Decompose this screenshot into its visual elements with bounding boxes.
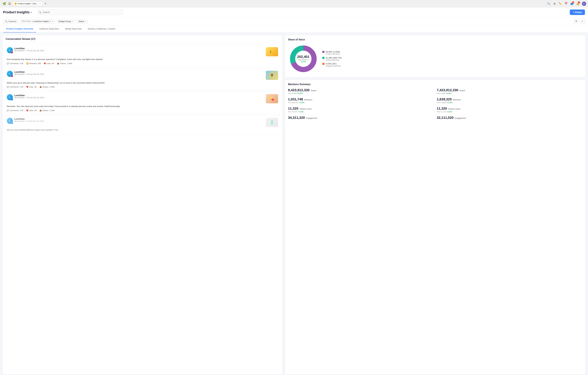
browser-calendar-icon[interactable]: 📅	[564, 2, 568, 5]
legend-dot-negative	[322, 63, 325, 65]
metric-value-mentions-1: 1,031,748	[288, 97, 303, 101]
donut-label: Total Mentions	[297, 59, 309, 61]
metric-users-2: 11,320 Distinct Users Prev 11,17K +1.01%	[437, 106, 582, 113]
browser-bell-icon[interactable]: 🔔 1	[576, 2, 579, 5]
post-image-serum: 💊	[266, 94, 278, 103]
browser-tab-active[interactable]: ● Product Insights - Over... ✕	[12, 1, 42, 6]
tab-audience-deep-dive[interactable]: Audience Deep-Dive	[36, 25, 62, 32]
metric-prev-reach-1: Prev 8,93M +5.23%	[288, 93, 434, 94]
filter-name-pill[interactable]: Filter Name: LuxeGlow Insights ✕ ▾	[20, 19, 55, 24]
title-dropdown-icon[interactable]: ▾	[31, 11, 32, 14]
post-handle: @LuxeGlow • 7:15 am Dec 28, 2022	[14, 73, 264, 75]
share-icon: 📤	[57, 62, 59, 65]
post-image-lemons: 🍋	[266, 47, 278, 56]
legend-value-positive: 68.69% (1.03M)	[326, 51, 340, 53]
metric-unit-users-2: Distinct Users	[448, 108, 461, 110]
conversation-list: L 📷 LuxeGlow @LuxeGlow • 7:15 am Dec 28,…	[3, 43, 282, 374]
post-text: Did you know @AllGoodBrand makes hand sa…	[7, 128, 278, 132]
post-text: Reminder: Your skin deserves some extra …	[7, 105, 278, 108]
metric-value-engagement-2: 32,111,020	[437, 116, 453, 120]
post-meta: LuxeGlow @LuxeGlow • 7:15 am Dec 28, 202…	[14, 94, 264, 99]
metric-unit-reach-1: Reach	[311, 89, 316, 92]
donut-total: 202,401	[297, 55, 309, 59]
keyword-filter[interactable]: 🔍 Keyword	[3, 19, 18, 24]
stat-likes: ❤️ Likes: 9K	[26, 86, 37, 88]
donut-chart: 202,401 Total Mentions +3.1%	[288, 43, 319, 74]
main-content: Conversation Stream (17) L 📷 LuxeGlow @L…	[0, 33, 588, 375]
widget-button[interactable]: + Widget	[570, 10, 585, 15]
post-stats: 💬 Comments: 4.3K ❤️ Likes: 9K 📤 Shares: …	[7, 86, 278, 88]
post-stats: 💬 Comments: 4.3K 🔁 Retweets: 893 ❤️ Like…	[7, 62, 278, 65]
search-input[interactable]	[37, 10, 123, 15]
post-header: L 📷 LuxeGlow @LuxeGlow • 7:15 am Dec 28,…	[7, 47, 278, 56]
post-author: LuxeGlow	[14, 47, 264, 50]
stat-likes-value: 9K	[34, 86, 37, 88]
metric-mentions-1: 1,031,748 Mentions Prev 988,22K +4.22%	[288, 97, 434, 104]
metric-prev-reach-2: Prev 6,34M +9.23%	[437, 93, 582, 94]
home-icon[interactable]: 🏠	[8, 2, 11, 5]
keyword-label: Keyword	[8, 20, 16, 22]
browser-toolbar: 🔍 ⊞ ✏️ 📅 👥 8 🔔 1 U	[547, 1, 586, 6]
browser-search-icon[interactable]: 🔍	[547, 2, 550, 5]
stat-likes: ❤️ Likes: 9K	[44, 62, 54, 65]
bell-badge: 1	[578, 1, 580, 3]
metric-prev-users-1: Prev 10,57K +7.13%	[288, 111, 434, 113]
stat-comments-value: 4.3K	[20, 62, 23, 65]
legend-dot-neutral	[322, 57, 325, 59]
filter-name-remove[interactable]: ✕	[50, 20, 51, 22]
legend-value-negative: 0.03% (457)	[326, 62, 341, 65]
sov-legend: 68.69% (1.03M) Positive Mentions 31.28% …	[322, 51, 342, 67]
retweet-icon: 🔁	[26, 62, 29, 65]
search-bar: 🔍	[37, 10, 123, 15]
status-label: Status	[78, 20, 84, 22]
filter-expand-button[interactable]: ⤢	[580, 19, 585, 24]
user-avatar[interactable]: U	[582, 1, 586, 6]
like-icon: ❤️	[26, 86, 29, 88]
metric-change-mentions-1: +4.22%	[299, 102, 304, 104]
tab-media-deep-dive[interactable]: Media Deep-Dive	[62, 25, 85, 32]
metric-value-reach-1: 9,423,912,330	[288, 88, 310, 92]
stat-retweets-label: Retweets:	[29, 62, 37, 65]
mentions-summary-title: Mentions Summary	[288, 83, 582, 86]
tab-favicon: ●	[15, 3, 17, 5]
browser-chrome: 🌿 🏠 ● Product Insights - Over... ✕ + 🔍 ⊞…	[0, 0, 588, 7]
metric-engagement-2: 32,111,020 Engagement	[437, 116, 582, 120]
legend-text-negative: 0.03% (457) Negative Mentions	[326, 62, 341, 67]
new-tab-button[interactable]: +	[44, 2, 47, 5]
app-header: Product Insights ▾ 🔍 + Widget 🔍 Keyword …	[0, 7, 588, 25]
stat-shares: 📤 Shares: 2.34M	[57, 62, 72, 65]
filter-action-icons: ⚗ ⤢	[574, 19, 585, 24]
post-card: L f LuxeGlow @LuxeGlow • 7:15 am Dec 28,…	[4, 92, 280, 114]
metric-prev-label-mentions-1: Prev 988,22K	[288, 102, 298, 104]
metric-prev-label-reach-2: Prev 6,34M	[437, 93, 445, 94]
stat-comments-value: 4.3K	[20, 109, 23, 112]
stat-retweets-value: 893	[38, 62, 41, 65]
social-badge-facebook: f	[11, 98, 13, 101]
stat-shares-label: Shares:	[42, 109, 49, 112]
status-filter[interactable]: Status ▾	[76, 19, 88, 24]
post-image-sunflower: 🌻	[266, 71, 278, 80]
filter-funnel-button[interactable]: ⚗	[574, 19, 578, 24]
post-card: L 📷 LuxeGlow @LuxeGlow • 7:15 am Dec 28,…	[4, 68, 280, 91]
stat-comments-label: Comments:	[10, 109, 19, 112]
budget-group-filter[interactable]: Budget Group ▾	[57, 19, 75, 24]
social-badge-instagram: 📷	[11, 75, 13, 77]
post-text: Ever wondered why Vitamin C is a skincar…	[7, 58, 278, 61]
browser-grid-icon[interactable]: ⊞	[553, 2, 556, 5]
tab-close-button[interactable]: ✕	[39, 3, 41, 4]
tab-devices-audiences-content[interactable]: Devices, Audiences, Content	[85, 25, 118, 32]
tab-product-insights-overview[interactable]: Product Insights Overview	[3, 25, 36, 32]
browser-users-icon[interactable]: 👥 8	[570, 2, 574, 5]
metric-change-reach-1: +5.23%	[297, 93, 303, 94]
metric-value-users-2: 11,320	[437, 106, 447, 110]
metric-unit-engagement-2: Engagement	[455, 117, 466, 119]
metric-change-users-2: +1.01%	[447, 111, 452, 113]
post-meta: LuxeGlow @LuxeGlow • 7:15 am Dec 28, 202…	[14, 47, 264, 52]
stat-comments-label: Comments:	[10, 62, 19, 65]
browser-edit-icon[interactable]: ✏️	[559, 2, 562, 5]
stat-retweets: 🔁 Retweets: 893	[26, 62, 41, 65]
header-top: Product Insights ▾ 🔍 + Widget	[3, 7, 585, 17]
stat-shares: 📤 Shares: 2.34M	[40, 86, 54, 88]
budget-group-chevron: ▾	[72, 20, 73, 22]
legend-text-neutral: 31.28% (469.77K) Neutral Mentions	[326, 57, 342, 61]
